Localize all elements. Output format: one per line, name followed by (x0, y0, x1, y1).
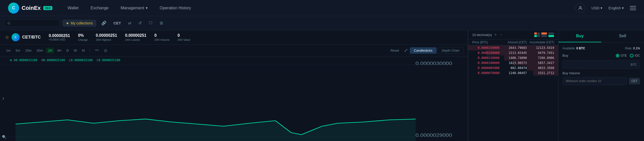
svg-point-0 (580, 6, 581, 8)
available-label: Available: 0 BTC (562, 47, 585, 50)
ohlc-c: C0.0000025100 (97, 58, 120, 62)
pair-high: 0.00000251 24H Highest (96, 33, 117, 41)
pair-low: 0.00000251 24H Lowest (125, 33, 146, 41)
chevron-down-icon: ▾ (600, 6, 602, 10)
ob-amount: 882.08474 (500, 66, 527, 70)
nav-right: USD ▾ English ▾ (575, 3, 636, 13)
nav-operation-history[interactable]: Operation History (160, 6, 191, 10)
grid-icon[interactable]: ⊞ (158, 20, 165, 26)
right-panel: Buy Sell Available: 0 BTC Rate: 0.1% Buy (558, 30, 644, 141)
ob-row[interactable]: 0.0000100000 1823.98573 5857.3417 (468, 60, 558, 65)
nav-exchange[interactable]: Exchange (91, 6, 108, 10)
sell-tab[interactable]: Sell (601, 30, 644, 42)
chevron-down-icon: ▾ (622, 6, 624, 10)
ob-decimals: 10 decimal(s) ＋ － (472, 32, 530, 37)
ob-view-buy-icon[interactable] (548, 32, 554, 37)
price-input-row: BTC (562, 60, 640, 69)
nav-links: Wallet Exchange Management ▾ Operation H… (67, 6, 575, 10)
logo-area: C CoinEx DEX (8, 3, 52, 14)
rate-label: Rate: 0.1% (625, 47, 640, 50)
svg-rect-11 (541, 32, 547, 34)
y-axis-control[interactable]: ⇕ (2, 97, 5, 100)
buy-tab[interactable]: Buy (558, 30, 601, 42)
avail-rate-row: Available: 0 BTC Rate: 0.1% (562, 47, 640, 50)
coin-icon: C (12, 33, 20, 41)
ob-amount: 1248.08457 (500, 71, 527, 75)
time-15m[interactable]: 15m (23, 48, 33, 53)
chart-svg: 0.0000030000 0.0000029000 (0, 56, 468, 141)
cet-badge: CET (629, 78, 640, 84)
candlesticks-button[interactable]: Candlesticks (410, 47, 436, 54)
pair-info-bar: ☆ C CET/BTC 0.00000251 ≈0.0000 USD 0% Ch… (0, 30, 468, 45)
svg-rect-9 (534, 35, 537, 37)
currency-selector[interactable]: USD ▾ (591, 6, 602, 10)
ob-price: 0.0000070000 (472, 71, 500, 75)
ob-view-sell-icon[interactable] (541, 32, 547, 37)
language-selector[interactable]: English ▾ (609, 6, 624, 10)
buy-volume-label: Buy Volume (562, 71, 640, 75)
line-chart-icon[interactable]: 〜 (93, 47, 101, 54)
pair-name: CET/BTC (22, 35, 41, 40)
hamburger-menu[interactable] (630, 6, 636, 10)
settings-chart-icon[interactable]: ⊙ (102, 47, 109, 54)
time-4h[interactable]: 4H (55, 48, 63, 53)
order-type-row: Buy GTE IOC (562, 54, 640, 57)
user-icon[interactable] (575, 3, 585, 13)
ob-view-all-icon[interactable] (534, 32, 540, 37)
search-box[interactable] (4, 19, 59, 27)
zoom-icon[interactable]: 🔍 (2, 135, 6, 139)
time-30m[interactable]: 30m (34, 48, 45, 53)
logo-icon[interactable]: C (8, 3, 19, 14)
svg-text:0.0000029000: 0.0000029000 (416, 132, 452, 138)
gte-radio[interactable] (616, 54, 619, 57)
min-order-row: CET (562, 77, 640, 85)
my-collections-button[interactable]: ★ My collections (62, 20, 96, 27)
radio-group: GTE IOC (616, 54, 640, 57)
chevron-down-icon: ▾ (146, 6, 148, 10)
pair-name-area: ☆ C CET/BTC (5, 33, 41, 41)
ohlc-display: ⊞ O0.0000025100 H0.0000025100 L0.0000025… (10, 58, 120, 62)
search-input[interactable] (13, 21, 56, 25)
time-w[interactable]: W (72, 48, 79, 53)
order-book: 10 decimal(s) ＋ － (468, 30, 558, 141)
refresh-icon[interactable]: ↺ (136, 20, 144, 26)
time-5m[interactable]: 5m (14, 48, 22, 53)
time-d[interactable]: D (64, 48, 71, 53)
star-icon: ★ (66, 21, 69, 25)
time-1h[interactable]: 1H (46, 48, 54, 53)
svg-rect-12 (541, 35, 547, 37)
plus-icon[interactable]: ＋ (494, 32, 497, 37)
time-m[interactable]: M (80, 48, 87, 53)
price-input[interactable] (566, 63, 631, 66)
transfer-icon[interactable]: ⇄ (126, 20, 133, 26)
pair-label: CET (111, 21, 123, 25)
gte-option[interactable]: GTE (616, 54, 627, 57)
reset-button[interactable]: Reset (387, 48, 402, 53)
expand-icon[interactable]: ⤢ (403, 47, 409, 54)
order-type-label: Buy (562, 54, 568, 57)
separator (90, 48, 90, 52)
chart-toolbar: 1m 5m 15m 30m 1H 4H D W M 〜 ⊙ Reset ⤢ Ca… (0, 45, 468, 56)
svg-rect-14 (548, 35, 554, 37)
svg-point-1 (8, 22, 10, 24)
favorite-star[interactable]: ☆ (5, 34, 9, 40)
depth-chart-button[interactable]: Depth Chart (437, 47, 464, 54)
ob-row[interactable]: 0.0000150000 1408.74890 7266.0906 (468, 55, 558, 60)
nav-wallet[interactable]: Wallet (67, 6, 78, 10)
nav-management[interactable]: Management ▾ (120, 6, 147, 10)
ob-row[interactable]: 0.0000200000 2213.65445 9479.7451 (468, 50, 558, 55)
buy-sell-tabs: Buy Sell (558, 30, 644, 43)
ob-row[interactable]: 0.0000085000 882.08474 4033.3560 (468, 65, 558, 70)
main-layout: ☆ C CET/BTC 0.00000251 ≈0.0000 USD 0% Ch… (0, 30, 644, 141)
ioc-option[interactable]: IOC (630, 54, 640, 57)
min-order-input[interactable] (562, 77, 627, 85)
link-icon[interactable]: 🔗 (99, 20, 108, 26)
ob-row[interactable]: 0.0000070000 1248.08457 3151.2712 (468, 70, 558, 76)
svg-text:0.0000030000: 0.0000030000 (416, 61, 452, 66)
ob-row[interactable]: 0.0000250000 2643.79683 12123.5419 (468, 45, 558, 50)
ioc-radio[interactable] (630, 54, 633, 57)
minus-icon[interactable]: － (499, 32, 503, 37)
time-1m[interactable]: 1m (4, 48, 13, 53)
svg-rect-8 (534, 32, 537, 34)
shield-icon[interactable]: 🛡 (147, 20, 155, 26)
